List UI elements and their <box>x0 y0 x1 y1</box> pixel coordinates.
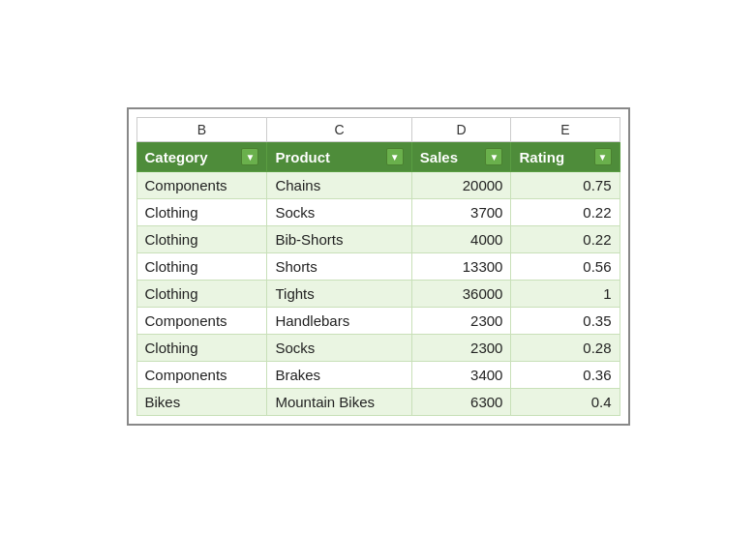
table-row: ComponentsHandlebars23000.35 <box>136 308 620 335</box>
rating-header: Rating ▼ <box>511 142 620 172</box>
product-cell: Shorts <box>267 253 411 281</box>
rating-cell: 0.75 <box>511 172 620 199</box>
category-cell: Clothing <box>136 253 267 281</box>
rating-cell: 1 <box>511 281 620 308</box>
product-cell: Chains <box>267 172 411 199</box>
table-row: ClothingSocks37000.22 <box>136 199 620 226</box>
product-cell: Brakes <box>267 362 411 389</box>
col-e-header: E <box>511 118 620 142</box>
category-cell: Clothing <box>136 281 267 308</box>
product-cell: Mountain Bikes <box>267 389 411 416</box>
sales-header: Sales ▼ <box>411 142 511 172</box>
data-table: B C D E Category ▼ Product ▼ <box>136 117 620 416</box>
sales-cell: 2300 <box>411 308 511 335</box>
rating-dropdown[interactable]: ▼ <box>594 148 612 165</box>
sales-cell: 6300 <box>411 389 511 416</box>
category-cell: Components <box>136 308 267 335</box>
rating-cell: 0.35 <box>511 308 620 335</box>
filter-header-row: Category ▼ Product ▼ Sales ▼ <box>136 142 620 172</box>
sales-cell: 20000 <box>411 172 511 199</box>
col-d-header: D <box>411 118 511 142</box>
sales-cell: 2300 <box>411 335 511 362</box>
table-row: ComponentsChains200000.75 <box>136 172 620 199</box>
table-row: ClothingBib-Shorts40000.22 <box>136 226 620 253</box>
product-header: Product ▼ <box>267 142 411 172</box>
col-c-header: C <box>267 118 411 142</box>
col-b-header: B <box>136 118 267 142</box>
category-cell: Clothing <box>136 335 267 362</box>
table-row: ClothingTights360001 <box>136 281 620 308</box>
category-cell: Clothing <box>136 199 267 226</box>
rating-cell: 0.28 <box>511 335 620 362</box>
sales-cell: 3400 <box>411 362 511 389</box>
rating-cell: 0.36 <box>511 362 620 389</box>
sales-label: Sales <box>420 149 458 165</box>
product-cell: Bib-Shorts <box>267 226 411 253</box>
product-cell: Handlebars <box>267 308 411 335</box>
rating-cell: 0.4 <box>511 389 620 416</box>
column-header-row: B C D E <box>136 118 620 142</box>
category-cell: Clothing <box>136 226 267 253</box>
category-cell: Components <box>136 362 267 389</box>
product-cell: Tights <box>267 281 411 308</box>
category-cell: Bikes <box>136 389 267 416</box>
category-label: Category <box>145 149 208 165</box>
table-body: ComponentsChains200000.75ClothingSocks37… <box>136 172 620 416</box>
category-header: Category ▼ <box>136 142 267 172</box>
product-label: Product <box>275 149 330 165</box>
table-row: ClothingSocks23000.28 <box>136 335 620 362</box>
category-cell: Components <box>136 172 267 199</box>
table-row: BikesMountain Bikes63000.4 <box>136 389 620 416</box>
table-row: ComponentsBrakes34000.36 <box>136 362 620 389</box>
table-row: ClothingShorts133000.56 <box>136 253 620 281</box>
rating-cell: 0.56 <box>511 253 620 281</box>
product-dropdown[interactable]: ▼ <box>386 148 404 165</box>
sales-cell: 13300 <box>411 253 511 281</box>
rating-label: Rating <box>519 149 564 165</box>
sales-cell: 36000 <box>411 281 511 308</box>
product-cell: Socks <box>267 335 411 362</box>
rating-cell: 0.22 <box>511 199 620 226</box>
sales-cell: 4000 <box>411 226 511 253</box>
category-dropdown[interactable]: ▼ <box>241 148 258 165</box>
spreadsheet: B C D E Category ▼ Product ▼ <box>127 107 630 426</box>
product-cell: Socks <box>267 199 411 226</box>
sales-cell: 3700 <box>411 199 511 226</box>
sales-dropdown[interactable]: ▼ <box>485 148 502 165</box>
rating-cell: 0.22 <box>511 226 620 253</box>
